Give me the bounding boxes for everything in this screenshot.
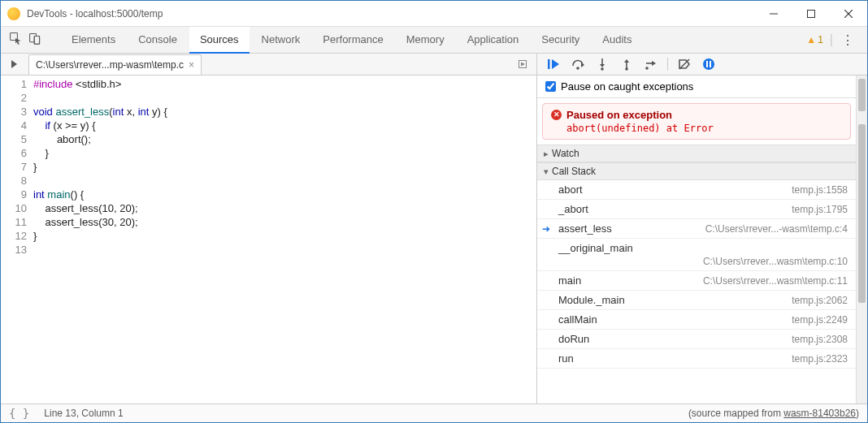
svg-rect-11 — [548, 59, 550, 69]
tab-audits[interactable]: Audits — [592, 27, 642, 54]
close-button[interactable] — [830, 1, 867, 26]
tab-memory[interactable]: Memory — [396, 27, 455, 54]
step-out-button[interactable] — [615, 55, 638, 73]
inspect-element-icon[interactable] — [9, 32, 22, 48]
svg-point-17 — [601, 67, 604, 71]
pretty-print-icon[interactable]: { } — [9, 407, 29, 420]
sourcemap-link[interactable]: wasm-81403b26 — [783, 408, 856, 419]
file-tab-path: C:\Users\rrever...mp-wasm\temp.c — [36, 59, 184, 71]
frame-location: C:\Users\rrever...wasm\temp.c:11 — [703, 275, 848, 287]
exception-banner: ✕ Paused on exception abort(undefined) a… — [542, 103, 851, 140]
frame-location: temp.js:1795 — [792, 204, 848, 215]
frame-function: _abort — [558, 203, 588, 215]
sources-toolbar: C:\Users\rrever...mp-wasm\temp.c × — [1, 54, 867, 76]
svg-marker-19 — [624, 59, 629, 63]
stack-frame[interactable]: Module._maintemp.js:2062 — [537, 291, 856, 310]
current-frame-icon: ➜ — [542, 223, 550, 235]
source-editor[interactable]: 12345678910111213 #include <stdlib.h>voi… — [1, 76, 537, 404]
maximize-button[interactable] — [792, 1, 830, 26]
scrollbar-thumb-top[interactable] — [858, 79, 866, 111]
frame-location: temp.js:2062 — [792, 295, 848, 306]
file-tab[interactable]: C:\Users\rrever...mp-wasm\temp.c × — [28, 54, 202, 75]
stack-frame[interactable]: callMaintemp.js:2249 — [537, 310, 856, 330]
svg-marker-12 — [552, 59, 559, 69]
pause-exceptions-button[interactable] — [697, 55, 720, 73]
run-snippet-icon[interactable] — [514, 55, 532, 73]
tab-elements[interactable]: Elements — [61, 27, 126, 54]
frame-function: assert_less — [558, 222, 612, 235]
frame-function: abort — [558, 183, 583, 196]
frame-location: temp.js:1558 — [792, 184, 848, 196]
debugger-sidebar: Pause on caught exceptions ✕ Paused on e… — [537, 76, 867, 404]
frame-location: temp.js:2249 — [792, 314, 848, 326]
svg-marker-8 — [11, 60, 17, 68]
navigator-toggle-icon[interactable] — [6, 55, 24, 73]
tab-security[interactable]: Security — [531, 27, 590, 54]
line-gutter: 12345678910111213 — [1, 76, 33, 404]
svg-marker-16 — [600, 64, 605, 67]
frame-location: temp.js:2308 — [792, 334, 848, 345]
stack-frame[interactable]: ➜assert_lessC:\Users\rrever...-wasm\temp… — [537, 219, 856, 239]
scrollbar-thumb[interactable] — [858, 124, 866, 303]
minimize-button[interactable] — [755, 1, 792, 26]
resume-button[interactable] — [542, 55, 565, 73]
tab-console[interactable]: Console — [128, 27, 188, 54]
step-over-button[interactable] — [566, 55, 589, 73]
svg-line-24 — [679, 59, 689, 69]
stack-frame[interactable]: aborttemp.js:1558 — [537, 180, 856, 200]
svg-rect-27 — [710, 61, 711, 67]
title-bar: DevTools - localhost:5000/temp — [1, 1, 867, 27]
tab-network[interactable]: Network — [251, 27, 311, 54]
window-title: DevTools - localhost:5000/temp — [27, 8, 755, 19]
stack-frame[interactable]: __original_mainC:\Users\rrever...wasm\te… — [537, 239, 856, 271]
frame-function: Module._main — [558, 294, 625, 306]
svg-point-23 — [645, 67, 649, 70]
tab-performance[interactable]: Performance — [312, 27, 393, 54]
step-into-button[interactable] — [591, 55, 614, 73]
app-icon — [7, 7, 20, 20]
warning-icon: ▲ — [806, 34, 816, 45]
tab-application[interactable]: Application — [457, 27, 530, 54]
exception-message: abort(undefined) at Error — [551, 123, 842, 134]
svg-rect-6 — [34, 37, 39, 45]
stack-frame[interactable]: runtemp.js:2323 — [537, 349, 856, 369]
pause-on-caught-label: Pause on caught exceptions — [561, 80, 693, 93]
status-bar: { } Line 13, Column 1 (source mapped fro… — [1, 404, 867, 422]
cursor-position: Line 13, Column 1 — [44, 408, 123, 419]
device-toggle-icon[interactable] — [28, 32, 41, 48]
svg-point-25 — [703, 58, 714, 70]
exception-title: Paused on exception — [566, 109, 672, 121]
pause-on-caught-checkbox[interactable] — [545, 81, 556, 92]
code-area[interactable]: #include <stdlib.h>void assert_less(int … — [33, 76, 536, 404]
frame-function: run — [558, 352, 574, 365]
frame-location: C:\Users\rrever...wasm\temp.c:10 — [558, 254, 848, 267]
warning-count: 1 — [818, 34, 823, 45]
frame-function: __original_main — [558, 242, 848, 254]
tab-sources[interactable]: Sources — [189, 27, 250, 54]
deactivate-breakpoints-button[interactable] — [673, 55, 696, 73]
stack-frame[interactable]: _aborttemp.js:1795 — [537, 200, 856, 219]
callstack-section-header[interactable]: Call Stack — [537, 162, 856, 180]
more-menu-button[interactable]: ⋮ — [840, 32, 856, 48]
svg-marker-22 — [652, 61, 656, 66]
sidebar-scrollbar[interactable] — [856, 76, 867, 404]
stack-frame[interactable]: mainC:\Users\rrever...wasm\temp.c:11 — [537, 271, 856, 291]
pause-on-caught-row[interactable]: Pause on caught exceptions — [537, 76, 856, 98]
frame-function: callMain — [558, 313, 597, 326]
devtools-tabstrip: ElementsConsoleSourcesNetworkPerformance… — [1, 27, 867, 54]
svg-rect-26 — [706, 61, 708, 67]
close-file-icon[interactable]: × — [189, 59, 194, 71]
frame-function: doRun — [558, 333, 589, 345]
watch-section-header[interactable]: Watch — [537, 145, 856, 162]
frame-location: C:\Users\rrever...-wasm\temp.c:4 — [705, 223, 848, 235]
frame-function: main — [558, 274, 581, 287]
error-icon: ✕ — [551, 110, 562, 120]
sourcemap-info: (source mapped from wasm-81403b26) — [688, 408, 859, 419]
warnings-badge[interactable]: ▲ 1 — [806, 34, 823, 45]
svg-marker-10 — [521, 63, 525, 67]
step-button[interactable] — [640, 55, 662, 73]
stack-frame[interactable]: doRuntemp.js:2308 — [537, 330, 856, 349]
svg-point-14 — [576, 67, 579, 70]
frame-location: temp.js:2323 — [792, 353, 848, 365]
svg-point-20 — [625, 67, 628, 71]
